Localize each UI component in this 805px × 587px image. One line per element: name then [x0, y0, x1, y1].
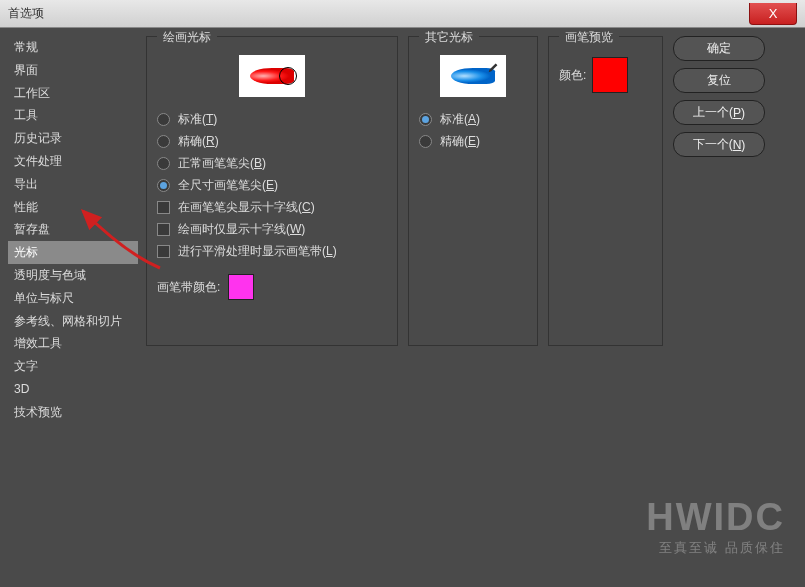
- circle-cursor-icon: [279, 67, 297, 85]
- radio-precise[interactable]: 精确(R): [157, 133, 387, 150]
- radio-other-precise-label: 精确(E): [440, 133, 480, 150]
- sidebar-item-workspace[interactable]: 工作区: [8, 82, 138, 105]
- titlebar: 首选项 X: [0, 0, 805, 28]
- check-smooth-input[interactable]: [157, 245, 170, 258]
- ok-button[interactable]: 确定: [673, 36, 765, 61]
- check-crosshair-label: 在画笔笔尖显示十字线(C): [178, 199, 315, 216]
- radio-other-standard-input[interactable]: [419, 113, 432, 126]
- sidebar-item-tools[interactable]: 工具: [8, 104, 138, 127]
- radio-precise-input[interactable]: [157, 135, 170, 148]
- main-area: 常规 界面 工作区 工具 历史记录 文件处理 导出 性能 暂存盘 光标 透明度与…: [0, 28, 805, 587]
- radio-full-tip-label: 全尺寸画笔笔尖(E): [178, 177, 278, 194]
- close-icon: X: [769, 6, 778, 21]
- sidebar-item-tech-preview[interactable]: 技术预览: [8, 401, 138, 424]
- buttons-column: 确定 复位 上一个(P) 下一个(N): [673, 36, 765, 579]
- sidebar-item-file-handling[interactable]: 文件处理: [8, 150, 138, 173]
- panel-brush-preview: 画笔预览 颜色:: [548, 36, 663, 346]
- check-crosshair-input[interactable]: [157, 201, 170, 214]
- leash-color-label: 画笔带颜色:: [157, 279, 220, 296]
- radio-normal-tip-input[interactable]: [157, 157, 170, 170]
- radio-other-precise-input[interactable]: [419, 135, 432, 148]
- check-only-cross[interactable]: 绘画时仅显示十字线(W): [157, 221, 387, 238]
- panel-paint-cursors: 绘画光标 标准(T) 精确(R) 正常画笔笔尖(B) 全尺寸画笔笔尖(E): [146, 36, 398, 346]
- content-area: 绘画光标 标准(T) 精确(R) 正常画笔笔尖(B) 全尺寸画笔笔尖(E): [146, 36, 797, 579]
- other-cursor-preview: [440, 55, 506, 97]
- check-smooth[interactable]: 进行平滑处理时显示画笔带(L): [157, 243, 387, 260]
- sidebar-item-performance[interactable]: 性能: [8, 196, 138, 219]
- leash-color-swatch[interactable]: [228, 274, 254, 300]
- sidebar-item-interface[interactable]: 界面: [8, 59, 138, 82]
- panel-preview-title: 画笔预览: [559, 29, 619, 46]
- next-button[interactable]: 下一个(N): [673, 132, 765, 157]
- radio-other-standard[interactable]: 标准(A): [419, 111, 527, 128]
- radio-other-standard-label: 标准(A): [440, 111, 480, 128]
- sidebar-item-export[interactable]: 导出: [8, 173, 138, 196]
- sidebar-item-history[interactable]: 历史记录: [8, 127, 138, 150]
- check-smooth-label: 进行平滑处理时显示画笔带(L): [178, 243, 337, 260]
- sidebar-item-transparency[interactable]: 透明度与色域: [8, 264, 138, 287]
- sidebar-item-type[interactable]: 文字: [8, 355, 138, 378]
- radio-standard[interactable]: 标准(T): [157, 111, 387, 128]
- sidebar-item-plugins[interactable]: 增效工具: [8, 332, 138, 355]
- radio-precise-label: 精确(R): [178, 133, 219, 150]
- panel-other-cursors: 其它光标 标准(A) 精确(E): [408, 36, 538, 346]
- preview-color-label: 颜色:: [559, 67, 586, 84]
- radio-full-tip[interactable]: 全尺寸画笔笔尖(E): [157, 177, 387, 194]
- sidebar-item-3d[interactable]: 3D: [8, 378, 138, 401]
- check-only-cross-input[interactable]: [157, 223, 170, 236]
- prev-button[interactable]: 上一个(P): [673, 100, 765, 125]
- paint-cursor-preview: [239, 55, 305, 97]
- check-crosshair[interactable]: 在画笔笔尖显示十字线(C): [157, 199, 387, 216]
- sidebar-item-scratch[interactable]: 暂存盘: [8, 218, 138, 241]
- preview-color-swatch[interactable]: [592, 57, 628, 93]
- sidebar: 常规 界面 工作区 工具 历史记录 文件处理 导出 性能 暂存盘 光标 透明度与…: [8, 36, 138, 579]
- window-title: 首选项: [8, 5, 44, 22]
- check-only-cross-label: 绘画时仅显示十字线(W): [178, 221, 305, 238]
- panel-paint-title: 绘画光标: [157, 29, 217, 46]
- reset-button[interactable]: 复位: [673, 68, 765, 93]
- radio-standard-label: 标准(T): [178, 111, 217, 128]
- leash-color-row: 画笔带颜色:: [157, 274, 387, 300]
- sidebar-item-cursors[interactable]: 光标: [8, 241, 138, 264]
- sidebar-item-guides[interactable]: 参考线、网格和切片: [8, 310, 138, 333]
- radio-standard-input[interactable]: [157, 113, 170, 126]
- radio-other-precise[interactable]: 精确(E): [419, 133, 527, 150]
- radio-normal-tip-label: 正常画笔笔尖(B): [178, 155, 266, 172]
- panel-other-title: 其它光标: [419, 29, 479, 46]
- close-button[interactable]: X: [749, 3, 797, 25]
- sidebar-item-units[interactable]: 单位与标尺: [8, 287, 138, 310]
- radio-full-tip-input[interactable]: [157, 179, 170, 192]
- radio-normal-tip[interactable]: 正常画笔笔尖(B): [157, 155, 387, 172]
- sidebar-item-general[interactable]: 常规: [8, 36, 138, 59]
- eyedropper-icon: [486, 59, 500, 73]
- preview-color-row: 颜色:: [559, 57, 652, 93]
